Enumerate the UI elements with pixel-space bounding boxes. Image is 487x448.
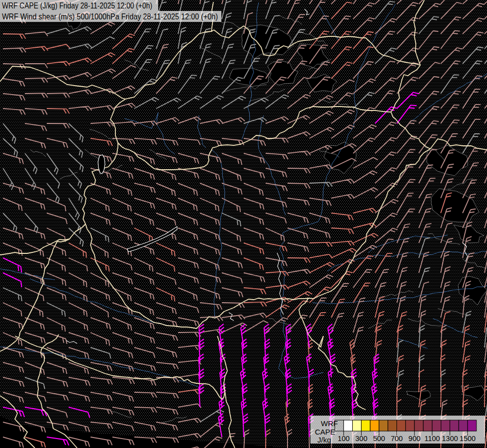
svg-text:J/kg: J/kg bbox=[317, 436, 331, 444]
svg-text:WRF: WRF bbox=[321, 419, 338, 428]
svg-text:1500: 1500 bbox=[460, 435, 476, 443]
svg-text:1100: 1100 bbox=[424, 435, 440, 443]
svg-text:300: 300 bbox=[355, 435, 367, 443]
svg-text:1300: 1300 bbox=[442, 435, 458, 443]
svg-text:500: 500 bbox=[373, 435, 385, 443]
svg-text:700: 700 bbox=[390, 435, 402, 443]
svg-text:WRF CAPE (J/kg) Friday 28-11-2: WRF CAPE (J/kg) Friday 28-11-2025 12:00 … bbox=[2, 1, 152, 10]
svg-text:CAPE: CAPE bbox=[315, 428, 335, 436]
svg-text:WRF Wind shear (m/s) 500/1000h: WRF Wind shear (m/s) 500/1000hPa Friday … bbox=[2, 12, 218, 21]
svg-text:100: 100 bbox=[338, 435, 350, 443]
svg-text:900: 900 bbox=[408, 435, 420, 443]
